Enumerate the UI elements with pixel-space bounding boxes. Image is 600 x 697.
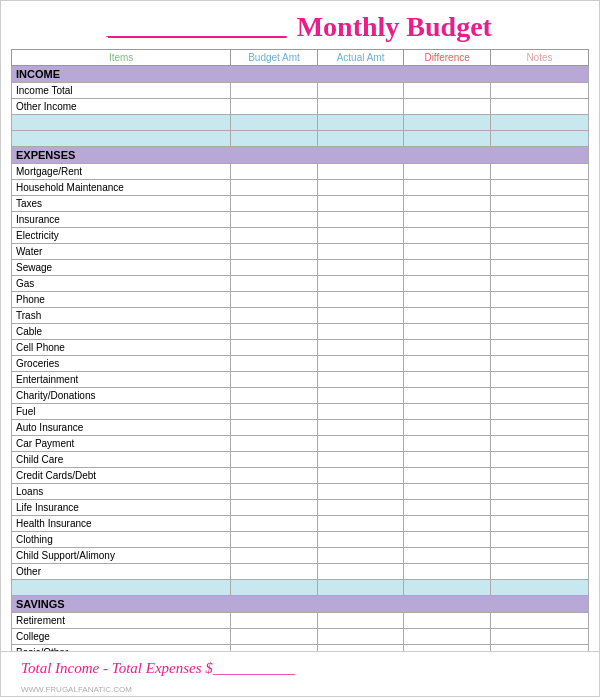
row-value-cell — [317, 308, 404, 324]
row-value-cell — [317, 356, 404, 372]
table-row: Mortgage/Rent — [12, 164, 589, 180]
spacer-row — [12, 115, 589, 131]
row-value-cell — [231, 404, 318, 420]
row-label: Income Total — [12, 83, 231, 99]
row-value-cell — [404, 276, 491, 292]
row-value-cell — [404, 292, 491, 308]
row-value-cell — [490, 292, 588, 308]
row-label: Auto Insurance — [12, 420, 231, 436]
table-row: Child Care — [12, 452, 589, 468]
row-value-cell — [231, 324, 318, 340]
budget-table-container: Items Budget Amt Actual Amt Difference N… — [1, 49, 599, 651]
page: ___________ Monthly Budget Items Budget … — [0, 0, 600, 697]
table-row: Gas — [12, 276, 589, 292]
row-value-cell — [490, 196, 588, 212]
row-value-cell — [231, 83, 318, 99]
col-actual-header: Actual Amt — [317, 50, 404, 66]
row-value-cell — [404, 516, 491, 532]
row-value-cell — [317, 276, 404, 292]
row-value-cell — [317, 164, 404, 180]
row-value-cell — [490, 244, 588, 260]
row-value-cell — [231, 613, 318, 629]
row-label: Child Care — [12, 452, 231, 468]
row-value-cell — [404, 468, 491, 484]
row-value-cell — [317, 564, 404, 580]
row-value-cell — [231, 548, 318, 564]
row-value-cell — [490, 436, 588, 452]
row-value-cell — [490, 629, 588, 645]
row-label: Loans — [12, 484, 231, 500]
row-label: Mortgage/Rent — [12, 164, 231, 180]
row-value-cell — [490, 548, 588, 564]
footer-total-text: Total Income - Total Expenses $_________… — [21, 660, 295, 676]
row-label: Health Insurance — [12, 516, 231, 532]
row-value-cell — [490, 404, 588, 420]
table-row: Retirement — [12, 613, 589, 629]
row-value-cell — [404, 324, 491, 340]
table-row: Income Total — [12, 83, 589, 99]
row-value-cell — [490, 532, 588, 548]
row-value-cell — [490, 372, 588, 388]
spacer-row — [12, 580, 589, 596]
row-value-cell — [231, 308, 318, 324]
watermark: WWW.FRUGALFANATIC.COM — [1, 683, 599, 696]
row-value-cell — [490, 260, 588, 276]
row-value-cell — [490, 164, 588, 180]
row-value-cell — [231, 260, 318, 276]
row-value-cell — [404, 484, 491, 500]
table-row: Child Support/Alimony — [12, 548, 589, 564]
table-row: Other — [12, 564, 589, 580]
row-value-cell — [231, 532, 318, 548]
row-value-cell — [404, 420, 491, 436]
row-value-cell — [317, 532, 404, 548]
row-value-cell — [231, 164, 318, 180]
table-row: Trash — [12, 308, 589, 324]
table-row: Entertainment — [12, 372, 589, 388]
row-value-cell — [404, 372, 491, 388]
row-value-cell — [404, 532, 491, 548]
row-value-cell — [231, 372, 318, 388]
row-label: Charity/Donations — [12, 388, 231, 404]
table-row: Health Insurance — [12, 516, 589, 532]
row-label: Trash — [12, 308, 231, 324]
row-value-cell — [490, 500, 588, 516]
row-value-cell — [404, 452, 491, 468]
header: ___________ Monthly Budget — [1, 1, 599, 49]
row-value-cell — [231, 388, 318, 404]
row-value-cell — [317, 388, 404, 404]
row-value-cell — [317, 260, 404, 276]
row-value-cell — [490, 356, 588, 372]
row-value-cell — [317, 468, 404, 484]
row-value-cell — [490, 484, 588, 500]
row-value-cell — [404, 548, 491, 564]
table-row: Groceries — [12, 356, 589, 372]
row-value-cell — [317, 292, 404, 308]
budget-table: Items Budget Amt Actual Amt Difference N… — [11, 49, 589, 651]
row-label: Household Maintenance — [12, 180, 231, 196]
row-value-cell — [231, 276, 318, 292]
row-value-cell — [231, 564, 318, 580]
row-value-cell — [317, 212, 404, 228]
page-title: Monthly Budget — [297, 11, 492, 43]
row-value-cell — [490, 99, 588, 115]
row-value-cell — [404, 404, 491, 420]
row-label: Life Insurance — [12, 500, 231, 516]
col-budget-header: Budget Amt — [231, 50, 318, 66]
row-label: Cell Phone — [12, 340, 231, 356]
row-label: Clothing — [12, 532, 231, 548]
row-value-cell — [317, 420, 404, 436]
row-value-cell — [317, 324, 404, 340]
row-value-cell — [404, 308, 491, 324]
table-row: Other Income — [12, 99, 589, 115]
row-value-cell — [231, 212, 318, 228]
table-row: Water — [12, 244, 589, 260]
table-row: Cable — [12, 324, 589, 340]
row-value-cell — [231, 500, 318, 516]
table-row: Life Insurance — [12, 500, 589, 516]
row-label: Gas — [12, 276, 231, 292]
table-row: Fuel — [12, 404, 589, 420]
row-value-cell — [490, 83, 588, 99]
row-value-cell — [317, 629, 404, 645]
row-value-cell — [317, 83, 404, 99]
row-value-cell — [490, 228, 588, 244]
